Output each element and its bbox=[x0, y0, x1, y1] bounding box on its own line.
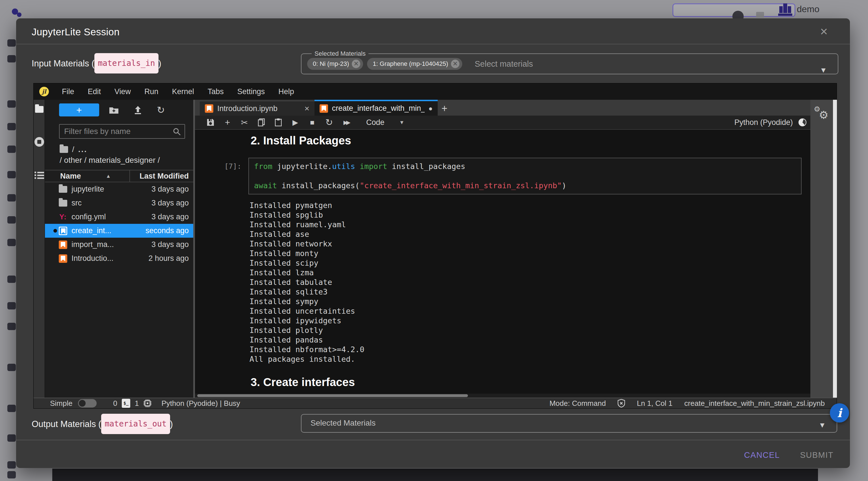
chip-delete-icon[interactable]: ✕ bbox=[352, 60, 360, 68]
breadcrumb-path[interactable]: / other / materials_designer / bbox=[60, 156, 193, 165]
vertical-scrollbar[interactable] bbox=[833, 100, 837, 398]
command-mode-indicator[interactable]: Mode: Command bbox=[550, 399, 606, 408]
run-all-icon[interactable]: ▶▶ bbox=[341, 119, 351, 126]
insert-cell-icon[interactable]: + bbox=[223, 117, 232, 128]
horizontal-scrollbar[interactable] bbox=[195, 394, 810, 398]
cut-cells-icon[interactable]: ✂ bbox=[240, 118, 249, 127]
horizontal-scrollbar-thumb[interactable] bbox=[197, 394, 468, 397]
file-row-introductio-[interactable]: Introductio...2 hours ago bbox=[45, 251, 193, 265]
submit-button[interactable]: SUBMIT bbox=[795, 447, 839, 464]
menu-item-help[interactable]: Help bbox=[272, 87, 301, 96]
table-of-contents-icon[interactable] bbox=[34, 171, 44, 179]
home-folder-icon[interactable] bbox=[60, 146, 68, 153]
file-row-jupyterlite[interactable]: jupyterlite3 days ago bbox=[45, 182, 193, 196]
tab-create-interface-with-min-[interactable]: create_interface_with_min_● bbox=[314, 100, 438, 116]
material-chip[interactable]: 0: Ni (mp-23)✕ bbox=[307, 58, 363, 70]
kernels-count[interactable]: 1 bbox=[135, 399, 139, 408]
column-last-modified[interactable]: Last Modified bbox=[140, 172, 189, 181]
output-materials-select[interactable]: Selected Materials ▼ bbox=[301, 414, 837, 433]
save-icon[interactable] bbox=[206, 119, 215, 126]
unsaved-changes-dot[interactable]: ● bbox=[429, 104, 433, 113]
sort-ascending-icon[interactable]: ▲ bbox=[106, 173, 111, 179]
file-row-config-yml[interactable]: Y:config.yml3 days ago bbox=[45, 210, 193, 224]
upload-icon[interactable] bbox=[134, 106, 142, 115]
refresh-icon[interactable]: ↻ bbox=[157, 104, 165, 116]
jupyterlite-logo: jl bbox=[39, 87, 49, 96]
background-sidebar-icon bbox=[7, 405, 16, 412]
file-row-import-ma-[interactable]: import_ma...3 days ago bbox=[45, 238, 193, 251]
terminal-icon: $_ bbox=[122, 399, 130, 408]
run-cell-icon[interactable]: ▶ bbox=[290, 118, 300, 127]
simple-mode-label: Simple bbox=[50, 399, 72, 408]
file-row-create-int-[interactable]: create_int...seconds ago bbox=[45, 224, 193, 238]
running-kernels-icon[interactable] bbox=[34, 137, 44, 147]
terminals-count[interactable]: 0 bbox=[113, 399, 117, 408]
background-sidebar-icon bbox=[7, 364, 16, 371]
filter-files-input[interactable] bbox=[60, 125, 185, 138]
new-tab-button[interactable]: + bbox=[438, 101, 451, 116]
file-browser-toolbar: + ↻ bbox=[45, 100, 193, 117]
file-modified: 3 days ago bbox=[151, 185, 189, 193]
chevron-down-icon[interactable]: ▼ bbox=[820, 66, 827, 74]
menu-item-kernel[interactable]: Kernel bbox=[165, 87, 201, 96]
breadcrumb-root[interactable]: / bbox=[72, 145, 74, 154]
tab-close-icon[interactable]: × bbox=[304, 104, 309, 113]
output-materials-placeholder: Selected Materials bbox=[311, 419, 375, 428]
column-name[interactable]: Name bbox=[60, 172, 81, 181]
chevron-down-icon[interactable]: ▼ bbox=[818, 421, 826, 429]
chip-delete-icon[interactable]: ✕ bbox=[451, 60, 459, 68]
notebook-content[interactable]: 2. Install Packages [7]: from jupyterlit… bbox=[195, 130, 810, 394]
background-sidebar-icon bbox=[7, 39, 16, 47]
dialog-title: JupyterLite Session bbox=[32, 26, 120, 38]
restart-kernel-icon[interactable]: ↻ bbox=[324, 117, 334, 128]
menu-item-tabs[interactable]: Tabs bbox=[201, 87, 230, 96]
copy-cells-icon[interactable] bbox=[256, 118, 266, 126]
file-browser-icon[interactable] bbox=[35, 106, 43, 113]
file-modified: seconds ago bbox=[146, 227, 189, 235]
header-divider bbox=[16, 44, 850, 44]
tab-introduction-ipynb[interactable]: Introduction.ipynb× bbox=[200, 101, 314, 116]
active-filename[interactable]: create_interface_with_min_strain_zsl.ipy… bbox=[684, 399, 825, 408]
background-sidebar-icon bbox=[7, 239, 16, 246]
menu-item-view[interactable]: View bbox=[107, 87, 137, 96]
material-chip[interactable]: 1: Graphene (mp-1040425)✕ bbox=[367, 58, 462, 70]
close-icon[interactable]: × bbox=[816, 24, 831, 39]
trust-shield-icon[interactable] bbox=[618, 399, 625, 408]
menu-item-settings[interactable]: Settings bbox=[230, 87, 272, 96]
new-folder-icon[interactable] bbox=[109, 106, 119, 114]
property-inspector-icon[interactable]: ⚙⚙ bbox=[814, 107, 830, 122]
material-chips: 0: Ni (mp-23)✕1: Graphene (mp-1040425)✕S… bbox=[307, 58, 832, 70]
notebook-file-icon bbox=[59, 227, 67, 235]
cell-type-caret-icon[interactable]: ▾ bbox=[400, 119, 403, 126]
document-tabbar: Introduction.ipynb×create_interface_with… bbox=[195, 100, 810, 116]
file-name: config.yml bbox=[71, 212, 106, 221]
background-sidebar-icon bbox=[7, 434, 16, 442]
paste-cells-icon[interactable] bbox=[274, 118, 283, 126]
cursor-position[interactable]: Ln 1, Col 1 bbox=[637, 399, 673, 408]
stop-kernel-icon[interactable]: ■ bbox=[307, 118, 317, 127]
simple-mode-toggle[interactable] bbox=[78, 399, 97, 408]
info-button[interactable]: i bbox=[830, 403, 849, 422]
breadcrumb-ellipsis[interactable]: ... bbox=[78, 145, 87, 154]
cell-type-select[interactable]: Code bbox=[366, 118, 384, 127]
material-chip-label: 0: Ni (mp-23) bbox=[313, 60, 349, 67]
cancel-button[interactable]: CANCEL bbox=[739, 447, 785, 464]
new-launcher-button[interactable]: + bbox=[59, 103, 99, 116]
background-sidebar-icon bbox=[7, 100, 16, 108]
breadcrumb: / ... / other / materials_designer / bbox=[60, 145, 193, 165]
selected-materials-select[interactable]: Selected Materials 0: Ni (mp-23)✕1: Grap… bbox=[301, 50, 838, 74]
file-list-header: Name ▲ Last Modified bbox=[45, 170, 193, 182]
menu-item-run[interactable]: Run bbox=[137, 87, 165, 96]
menu-item-file[interactable]: File bbox=[55, 87, 81, 96]
file-name: src bbox=[71, 199, 82, 207]
kernel-busy-indicator[interactable] bbox=[799, 118, 806, 126]
notebook-file-icon bbox=[319, 104, 328, 113]
menu-item-edit[interactable]: Edit bbox=[81, 87, 108, 96]
background-toolbar-item bbox=[756, 12, 764, 18]
kernel-name[interactable]: Python (Pyodide) bbox=[734, 118, 793, 127]
cell-editor[interactable]: from jupyterlite.utils import install_pa… bbox=[248, 158, 802, 194]
file-row-src[interactable]: src3 days ago bbox=[45, 196, 193, 210]
kernel-status-text[interactable]: Python (Pyodide) | Busy bbox=[161, 399, 240, 408]
code-cell[interactable]: [7]: from jupyterlite.utils import insta… bbox=[195, 158, 810, 194]
running-kernel-dot bbox=[53, 229, 57, 233]
